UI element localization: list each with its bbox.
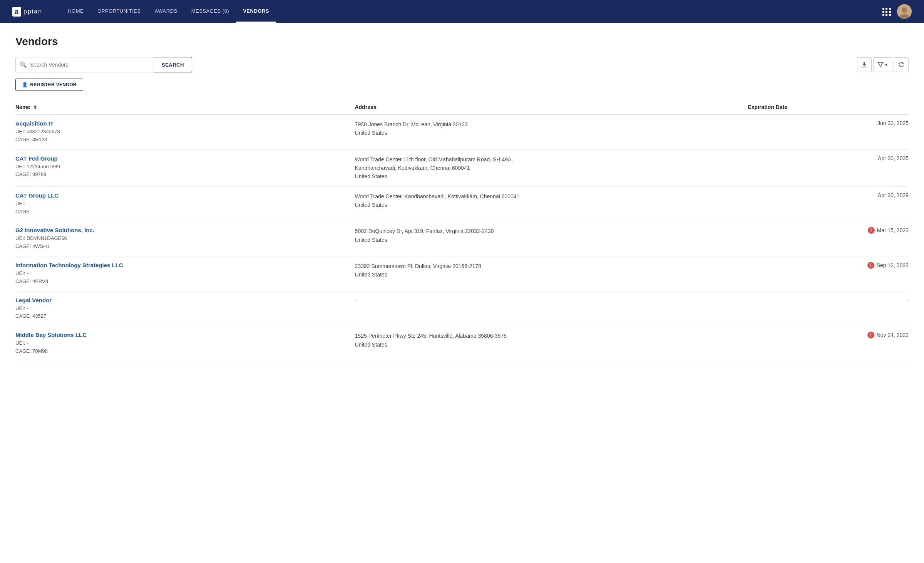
- register-vendor-button[interactable]: 👤 REGISTER VENDOR: [15, 79, 83, 91]
- search-button[interactable]: SEARCH: [154, 57, 192, 72]
- vendor-address: World Trade Center, Kandhanchavadi, Kott…: [355, 192, 748, 209]
- table-row: Legal VendorUEI: -CAGE: 43527--: [15, 291, 909, 326]
- expiration-warning: !Sep 12, 2023: [748, 262, 909, 269]
- table-row: Middle Bay Solutions LLCUEI: -CAGE: 70M9…: [15, 326, 909, 361]
- person-icon: 👤: [22, 82, 28, 87]
- filter-chevron: ▼: [884, 63, 888, 67]
- vendor-address-cell: 23392 Summerstown Pl, Dulles, Virginia 2…: [355, 256, 748, 291]
- vendor-address: 7950 Jones Branch Dr, McLean, Virginia 2…: [355, 120, 748, 137]
- table-row: Acquisition ITUEI: 543212345678CAGE: 4R1…: [15, 114, 909, 149]
- vendor-name-cell: Acquisition ITUEI: 543212345678CAGE: 4R1…: [15, 114, 355, 149]
- col-header-expiration: Expiration Date: [748, 100, 909, 114]
- search-input[interactable]: [30, 62, 150, 68]
- filter-button[interactable]: ▼: [873, 57, 892, 72]
- download-button[interactable]: [857, 57, 872, 72]
- vendor-address-cell: World Trade Center, Kandhanchavadi, Kott…: [355, 186, 748, 221]
- nav-messages[interactable]: MESSAGES (0): [184, 0, 236, 23]
- nav-opportunities[interactable]: OPPORTUNITIES: [90, 0, 147, 23]
- vendor-name-cell: Middle Bay Solutions LLCUEI: -CAGE: 70M9…: [15, 326, 355, 361]
- vendor-expiration-cell: !Nov 24, 2022: [748, 326, 909, 361]
- search-row: 🔍 SEARCH ▼: [15, 57, 909, 72]
- vendor-address-cell: 7950 Jones Branch Dr, McLean, Virginia 2…: [355, 114, 748, 149]
- vendor-address: 23392 Summerstown Pl, Dulles, Virginia 2…: [355, 262, 748, 279]
- sort-arrow-name[interactable]: ⇧: [33, 105, 37, 110]
- vendor-name-cell: Information Technology Strategies LLCUEI…: [15, 256, 355, 291]
- table-row: CAT Fed GroupUEI: 122345567889CAGE: 8978…: [15, 149, 909, 186]
- navigation: a ppian HOME OPPORTUNITIES AWARDS MESSAG…: [0, 0, 924, 23]
- vendor-name-link[interactable]: CAT Group LLC: [15, 192, 355, 199]
- vendor-name-link[interactable]: Middle Bay Solutions LLC: [15, 332, 355, 338]
- expiration-value: Mar 15, 2023: [877, 227, 909, 233]
- nav-right: [882, 4, 912, 19]
- expiration-value: Nov 24, 2022: [877, 332, 909, 338]
- toolbar-right: ▼: [857, 57, 909, 72]
- vendor-expiration-cell: Apr 30, 2029: [748, 186, 909, 221]
- vendor-address: 1525 Perimeter Pkwy Ste 245, Huntsville,…: [355, 332, 748, 349]
- table-row: CAT Group LLCUEI: -CAGE: -World Trade Ce…: [15, 186, 909, 221]
- expiration-dash: -: [907, 297, 909, 303]
- vendor-expiration-cell: -: [748, 291, 909, 326]
- expiration-value: Sep 12, 2023: [877, 262, 909, 268]
- warning-icon: !: [867, 332, 874, 338]
- vendor-address: 5002 DeQuincey Dr, Apt 319, Fairfax, Vir…: [355, 227, 748, 244]
- vendor-meta: UEI: -CAGE: 43527: [15, 305, 355, 321]
- vendor-address-cell: 5002 DeQuincey Dr, Apt 319, Fairfax, Vir…: [355, 221, 748, 256]
- page-title: Vendors: [15, 35, 909, 48]
- vendor-name-link[interactable]: Legal Vendor: [15, 297, 355, 303]
- warning-icon: !: [868, 227, 875, 234]
- vendor-name-link[interactable]: CAT Fed Group: [15, 155, 355, 162]
- table-row: G2 Innovative Solutions, Inc.UEI: DDYNN1…: [15, 221, 909, 256]
- vendor-meta: UEI: 543212345678CAGE: 4R123: [15, 128, 355, 144]
- search-left: 🔍 SEARCH: [15, 57, 192, 72]
- vendor-expiration-cell: Jun 30, 2025: [748, 114, 909, 149]
- vendor-address-dash: -: [355, 297, 357, 303]
- vendor-meta: UEI: -CAGE: 4PRV8: [15, 270, 355, 286]
- expiration-warning: !Nov 24, 2022: [748, 332, 909, 338]
- col-header-name: Name ⇧: [15, 100, 355, 114]
- main-content: Vendors 🔍 SEARCH ▼: [0, 23, 924, 563]
- vendor-name-link[interactable]: Information Technology Strategies LLC: [15, 262, 355, 268]
- vendor-name-cell: Legal VendorUEI: -CAGE: 43527: [15, 291, 355, 326]
- search-icon: 🔍: [20, 61, 27, 68]
- vendor-expiration-cell: Apr 30, 2035: [748, 149, 909, 186]
- svg-rect-3: [862, 67, 867, 67]
- logo-box: a: [12, 7, 21, 17]
- vendor-meta: UEI: -CAGE: 70M98: [15, 339, 355, 355]
- vendor-expiration-cell: !Mar 15, 2023: [748, 221, 909, 256]
- vendors-table: Name ⇧ Address Expiration Date Acquisiti…: [15, 100, 909, 361]
- nav-vendors[interactable]: VENDORS: [236, 0, 276, 23]
- refresh-button[interactable]: [894, 57, 909, 72]
- app-logo[interactable]: a ppian: [12, 7, 42, 17]
- warning-icon: !: [867, 262, 874, 269]
- vendor-meta: UEI: -CAGE: -: [15, 200, 355, 216]
- expiration-value: Apr 30, 2029: [878, 192, 909, 198]
- vendor-meta: UEI: 122345567889CAGE: 89789: [15, 163, 355, 179]
- vendor-name-cell: G2 Innovative Solutions, Inc.UEI: DDYNN1…: [15, 221, 355, 256]
- nav-home[interactable]: HOME: [61, 0, 90, 23]
- nav-awards[interactable]: AWARDS: [148, 0, 184, 23]
- nav-links: HOME OPPORTUNITIES AWARDS MESSAGES (0) V…: [61, 0, 870, 23]
- vendor-address: World Trade Center 11th floor, Old Mahab…: [355, 155, 748, 181]
- expiration-value: Jun 30, 2025: [877, 120, 909, 126]
- vendor-address-cell: -: [355, 291, 748, 326]
- vendor-name-link[interactable]: G2 Innovative Solutions, Inc.: [15, 227, 355, 233]
- register-button-label: REGISTER VENDOR: [30, 82, 77, 87]
- logo-text: ppian: [23, 8, 42, 15]
- svg-point-1: [902, 7, 907, 13]
- vendor-name-link[interactable]: Acquisition IT: [15, 120, 355, 127]
- user-avatar[interactable]: [897, 4, 912, 19]
- expiration-value: Apr 30, 2035: [878, 155, 909, 161]
- vendor-meta: UEI: DDYNN1DAGE66CAGE: 4WSH1: [15, 235, 355, 251]
- app-grid-icon[interactable]: [882, 8, 891, 16]
- vendor-name-cell: CAT Fed GroupUEI: 122345567889CAGE: 8978…: [15, 149, 355, 186]
- vendor-name-cell: CAT Group LLCUEI: -CAGE: -: [15, 186, 355, 221]
- vendor-address-cell: 1525 Perimeter Pkwy Ste 245, Huntsville,…: [355, 326, 748, 361]
- expiration-warning: !Mar 15, 2023: [748, 227, 909, 234]
- vendor-address-cell: World Trade Center 11th floor, Old Mahab…: [355, 149, 748, 186]
- col-header-address: Address: [355, 100, 748, 114]
- table-row: Information Technology Strategies LLCUEI…: [15, 256, 909, 291]
- vendor-expiration-cell: !Sep 12, 2023: [748, 256, 909, 291]
- search-input-wrapper: 🔍: [15, 57, 154, 72]
